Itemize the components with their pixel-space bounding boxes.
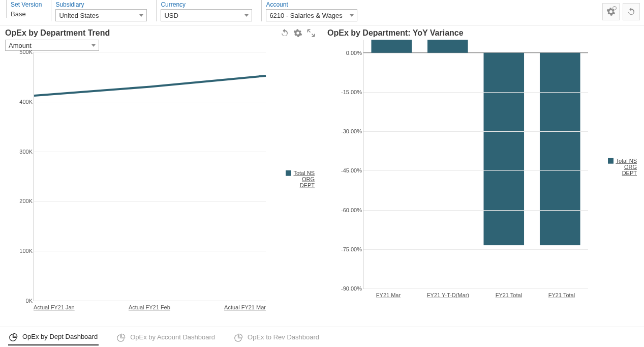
filter-currency: Currency USD	[156, 0, 252, 21]
y-tick: 0K	[26, 298, 33, 304]
tab-label: OpEx by Account Dashboard	[130, 333, 215, 341]
x-tick: Actual FY21 Jan	[34, 304, 75, 313]
x-tick: FY21 Total	[548, 292, 575, 301]
x-tick: FY21 Y-T-D(Mar)	[427, 292, 469, 301]
chevron-down-icon	[244, 14, 249, 17]
top-icons	[602, 3, 640, 20]
svg-rect-1	[371, 40, 412, 53]
panel-refresh-button[interactable]	[280, 28, 289, 38]
variance-chart: 0.00%-15.00%-30.00%-45.00%-60.00%-75.00%…	[327, 40, 639, 304]
filter-version-label: Set Version	[11, 1, 42, 8]
currency-select[interactable]: USD	[161, 9, 252, 21]
filter-version: Set Version Base	[6, 0, 42, 18]
variance-plot	[363, 40, 588, 289]
legend-item[interactable]: Total NS	[616, 157, 637, 163]
panel-expand-button[interactable]	[306, 28, 316, 38]
chevron-down-icon	[139, 14, 143, 17]
trend-plot	[34, 52, 266, 301]
filter-subsidiary-label: Subsidiary	[55, 1, 147, 8]
y-tick: -90.00%	[341, 285, 362, 292]
tab-opex-account[interactable]: OpEx by Account Dashboard	[116, 330, 216, 345]
y-tick: 0.00%	[346, 50, 362, 56]
tab-opex-dept[interactable]: OpEx by Dept Dashboard	[8, 329, 99, 345]
main: OpEx by Department Trend Amount 0K100K20…	[0, 25, 644, 327]
legend-item[interactable]: DEPT	[622, 170, 637, 176]
panel-trend-title: OpEx by Department Trend	[5, 28, 317, 38]
tab-label: OpEx by Dept Dashboard	[22, 333, 98, 340]
legend-item[interactable]: ORG	[624, 164, 637, 170]
panel-trend-tools	[280, 28, 316, 38]
y-tick: 100K	[19, 248, 33, 254]
svg-rect-3	[483, 53, 524, 245]
trend-y-axis: 0K100K200K300K400K500K	[5, 52, 34, 301]
variance-x-axis: FY21 MarFY21 Y-T-D(Mar)FY21 TotalFY21 To…	[363, 292, 588, 301]
chevron-down-icon	[91, 44, 96, 47]
refresh-button[interactable]	[623, 3, 640, 20]
subsidiary-select-value: United States	[59, 12, 99, 19]
filter-bar: Set Version Base Subsidiary United State…	[0, 0, 644, 25]
y-tick: 200K	[19, 198, 33, 204]
svg-rect-2	[427, 40, 468, 53]
filter-account-label: Account	[266, 1, 357, 8]
panel-trend: OpEx by Department Trend Amount 0K100K20…	[0, 25, 322, 327]
panel-settings-button[interactable]	[293, 28, 302, 38]
refresh-icon	[280, 28, 289, 38]
x-tick: FY21 Mar	[376, 292, 401, 301]
dashboard-tabs: OpEx by Dept Dashboard OpEx by Account D…	[0, 327, 644, 347]
gear-icon	[293, 28, 302, 38]
tab-label: OpEx to Rev Dashboard	[248, 333, 319, 341]
account-select[interactable]: 6210 - Salaries & Wages	[266, 9, 357, 21]
legend-swatch	[286, 170, 291, 176]
legend-item[interactable]: ORG	[302, 176, 315, 182]
panel-variance: OpEx by Department: YoY Variance 0.00%-1…	[322, 25, 644, 327]
y-tick: -45.00%	[341, 167, 362, 174]
y-tick: 500K	[19, 49, 33, 55]
x-tick: Actual FY21 Mar	[224, 304, 266, 313]
variance-legend: Total NS ORG DEPT	[592, 157, 637, 176]
tab-opex-rev[interactable]: OpEx to Rev Dashboard	[233, 330, 320, 345]
panel-variance-title: OpEx by Department: YoY Variance	[327, 28, 639, 38]
svg-rect-4	[540, 53, 580, 245]
legend-item[interactable]: Total NS	[293, 169, 315, 176]
gear-icon	[606, 7, 616, 16]
dashboard-icon	[9, 332, 18, 341]
trend-legend: Total NS ORG DEPT	[270, 169, 315, 188]
settings-button[interactable]	[602, 3, 620, 20]
amount-select-value: Amount	[9, 42, 32, 49]
expand-icon	[306, 28, 316, 38]
filter-subsidiary: Subsidiary United States	[51, 0, 147, 21]
variance-y-axis: 0.00%-15.00%-30.00%-45.00%-60.00%-75.00%…	[327, 40, 363, 289]
legend-swatch	[608, 158, 614, 164]
trend-chart: 0K100K200K300K400K500K Actual FY21 JanAc…	[5, 52, 317, 316]
currency-select-value: USD	[164, 12, 178, 19]
dashboard-icon	[234, 333, 243, 342]
subsidiary-select[interactable]: United States	[55, 9, 147, 21]
trend-x-axis: Actual FY21 JanActual FY21 FebActual FY2…	[34, 304, 266, 313]
filter-version-value[interactable]: Base	[11, 10, 42, 18]
y-tick: -30.00%	[341, 128, 362, 134]
x-tick: Actual FY21 Feb	[129, 304, 170, 313]
y-tick: 300K	[19, 149, 33, 155]
y-tick: -15.00%	[341, 89, 362, 95]
account-select-value: 6210 - Salaries & Wages	[269, 12, 342, 19]
x-tick: FY21 Total	[496, 292, 522, 301]
filter-currency-label: Currency	[161, 1, 252, 8]
y-tick: -60.00%	[341, 207, 362, 213]
dashboard-icon	[117, 333, 126, 342]
y-tick: -75.00%	[341, 246, 362, 252]
y-tick: 400K	[19, 99, 33, 105]
refresh-icon	[627, 7, 636, 16]
filter-account: Account 6210 - Salaries & Wages	[261, 0, 357, 21]
chevron-down-icon	[350, 14, 354, 17]
legend-item[interactable]: DEPT	[300, 182, 315, 188]
